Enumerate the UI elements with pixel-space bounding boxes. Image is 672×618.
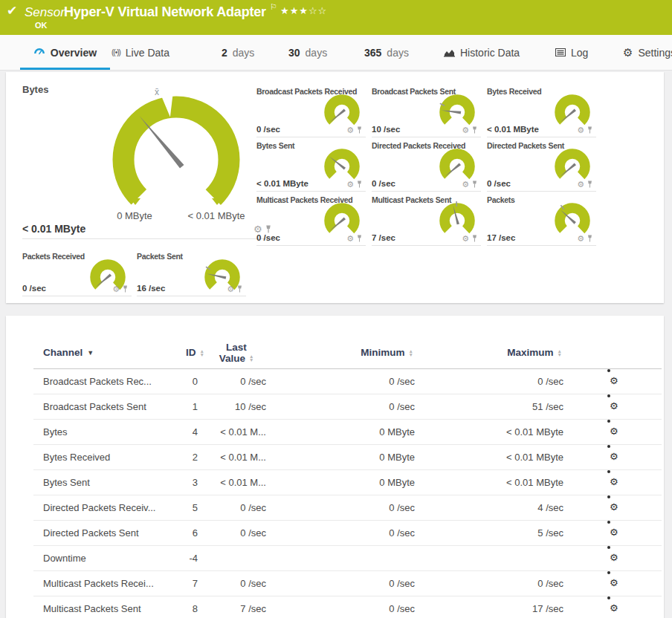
gear-icon[interactable]: ⚙: [462, 180, 469, 189]
channel-gauge-cell[interactable]: Bytes Received < 0.01 MByte ⚙: [487, 85, 596, 137]
channel-gauge-cell[interactable]: Packets Sent 16 /sec ⚙: [137, 250, 246, 296]
gear-icon[interactable]: ⚙: [577, 235, 584, 243]
primary-gauge-title: Bytes: [22, 84, 48, 95]
tab-label: Live Data: [126, 47, 169, 59]
cell-minimum: 0 /sec: [303, 394, 415, 419]
tab-number: 2: [222, 47, 227, 59]
column-header-maximum[interactable]: Maximum ▲▼: [452, 336, 562, 368]
column-header-id[interactable]: ID ▲▼: [162, 336, 204, 368]
tab-live-data[interactable]: ((•)) Live Data: [112, 35, 169, 70]
pin-icon[interactable]: [122, 285, 129, 293]
cell-maximum: 0 /sec: [452, 571, 563, 596]
channel-settings-icon[interactable]: ⚙: [610, 596, 618, 618]
pin-icon[interactable]: [356, 126, 363, 134]
column-header-last-value[interactable]: Last Value ▲▼: [207, 336, 266, 368]
tab-label: Settings: [638, 47, 672, 59]
sensor-header: ✔ Sensor Hyper-V Virtual Network Adapter…: [0, 0, 672, 35]
primary-gauge[interactable]: [106, 89, 247, 230]
channel-gauge-cell[interactable]: Multicast Packets Received 0 /sec ⚙: [256, 194, 366, 246]
channel-gauge-value: < 0.01 MByte: [487, 125, 539, 134]
pin-icon[interactable]: [471, 235, 478, 243]
column-header-channel[interactable]: Channel ▼: [43, 336, 94, 368]
channel-gauge-cell[interactable]: Multicast Packets Sent 7 /sec ⚙: [372, 194, 481, 246]
cell-minimum: 0 /sec: [303, 521, 415, 545]
pin-icon[interactable]: [471, 180, 478, 189]
sort-icon: ▲▼: [409, 349, 413, 357]
priority-stars[interactable]: ★★★☆☆: [280, 5, 327, 16]
channel-settings-icon[interactable]: ⚙: [610, 495, 618, 520]
channel-gauge-cell[interactable]: Bytes Sent < 0.01 MByte ⚙: [256, 140, 366, 192]
tab-log[interactable]: Log: [555, 35, 588, 70]
pin-icon[interactable]: [587, 180, 593, 189]
pin-icon[interactable]: [356, 180, 363, 189]
gear-icon[interactable]: ⚙: [462, 126, 469, 134]
channel-gauge-title: Packets: [487, 195, 515, 204]
channel-settings-icon[interactable]: ⚙: [610, 445, 618, 469]
channel-gauge-actions: ⚙: [577, 126, 593, 134]
pin-icon[interactable]: [587, 235, 593, 243]
gear-icon[interactable]: ⚙: [346, 235, 354, 243]
cell-channel: Bytes Received: [43, 445, 110, 469]
tab-settings[interactable]: ⚙ Settings: [623, 35, 672, 70]
sort-icon: ▲▼: [558, 349, 562, 357]
cell-minimum: 0 /sec: [303, 369, 415, 394]
channel-gauge-cell[interactable]: Packets Received 0 /sec ⚙: [22, 250, 132, 296]
pin-icon[interactable]: [356, 235, 363, 243]
cell-minimum: 0 MByte: [303, 470, 415, 495]
cell-id: 6: [162, 521, 198, 545]
channel-gauge-cell[interactable]: Broadcast Packets Received 0 /sec ⚙: [256, 85, 366, 137]
channel-gauge-cell[interactable]: Directed Packets Sent 0 /sec ⚙: [487, 140, 596, 192]
pin-icon[interactable]: [236, 285, 243, 293]
gear-icon[interactable]: ⚙: [577, 126, 584, 134]
channel-gauge-cell[interactable]: Packets 17 /sec ⚙: [487, 194, 596, 246]
channel-gauge-value: 10 /sec: [372, 125, 400, 134]
cell-last-value: 0 /sec: [207, 571, 266, 596]
cell-channel: Bytes: [43, 420, 68, 444]
gear-icon[interactable]: ⚙: [346, 126, 354, 134]
channel-settings-icon[interactable]: ⚙: [610, 521, 618, 545]
overview-panel: Bytes x̄ 0 MByte < 0.01 MByte < 0.01 MBy…: [6, 72, 664, 303]
column-label: Channel: [43, 347, 83, 358]
channel-gauge-actions: ⚙: [346, 126, 363, 134]
gear-icon[interactable]: ⚙: [112, 285, 120, 293]
channel-table-panel: Channel ▼ ID ▲▼ Last Value ▲▼ Minimum ▲▼…: [6, 316, 664, 618]
tab-label: days: [233, 47, 255, 59]
cell-id: 4: [162, 420, 198, 444]
cell-last-value: 0 /sec: [207, 521, 266, 545]
column-header-minimum[interactable]: Minimum ▲▼: [303, 336, 413, 368]
cell-id: 0: [162, 369, 198, 394]
area-chart-icon: [444, 48, 455, 57]
channel-gauge-actions: ⚙: [462, 180, 478, 189]
channel-settings-icon[interactable]: ⚙: [610, 369, 618, 394]
tab-label: Overview: [51, 47, 97, 59]
tab-label: Historic Data: [460, 47, 520, 59]
channel-gauge-cell[interactable]: Directed Packets Received 0 /sec ⚙: [372, 140, 481, 192]
tab-365-days[interactable]: 365 days: [364, 35, 409, 70]
tab-historic-data[interactable]: Historic Data: [444, 35, 520, 70]
channel-settings-icon[interactable]: ⚙: [610, 546, 618, 570]
tab-30-days[interactable]: 30 days: [288, 35, 327, 70]
table-row: Bytes Sent 3 < 0.01 M... 0 MByte < 0.01 …: [33, 470, 662, 495]
cell-last-value: < 0.01 M...: [207, 420, 266, 444]
pin-icon[interactable]: [587, 126, 593, 134]
table-row: Bytes 4 < 0.01 M... 0 MByte < 0.01 MByte…: [33, 420, 662, 445]
flag-icon[interactable]: ⚐: [270, 2, 277, 12]
cell-id: -4: [162, 546, 198, 570]
live-data-icon: ((•)): [112, 48, 120, 56]
cell-last-value: 0 /sec: [207, 495, 266, 520]
tab-2-days[interactable]: 2 days: [222, 35, 254, 70]
channel-settings-icon[interactable]: ⚙: [610, 470, 618, 495]
gear-icon[interactable]: ⚙: [227, 285, 234, 293]
channel-settings-icon[interactable]: ⚙: [610, 571, 618, 596]
gear-icon[interactable]: ⚙: [346, 180, 354, 189]
gear-icon[interactable]: ⚙: [462, 235, 469, 243]
cell-channel: Multicast Packets Recei...: [43, 571, 154, 596]
pin-icon[interactable]: [471, 126, 478, 134]
channel-settings-icon[interactable]: ⚙: [610, 394, 618, 419]
channel-gauge-title: Packets Received: [22, 252, 85, 261]
gear-icon[interactable]: ⚙: [577, 180, 584, 189]
channel-gauge-cell[interactable]: Broadcast Packets Sent 10 /sec ⚙: [372, 85, 481, 137]
tab-overview[interactable]: Overview: [20, 35, 110, 70]
channel-settings-icon[interactable]: ⚙: [610, 420, 618, 444]
cell-maximum: < 0.01 MByte: [452, 420, 563, 444]
